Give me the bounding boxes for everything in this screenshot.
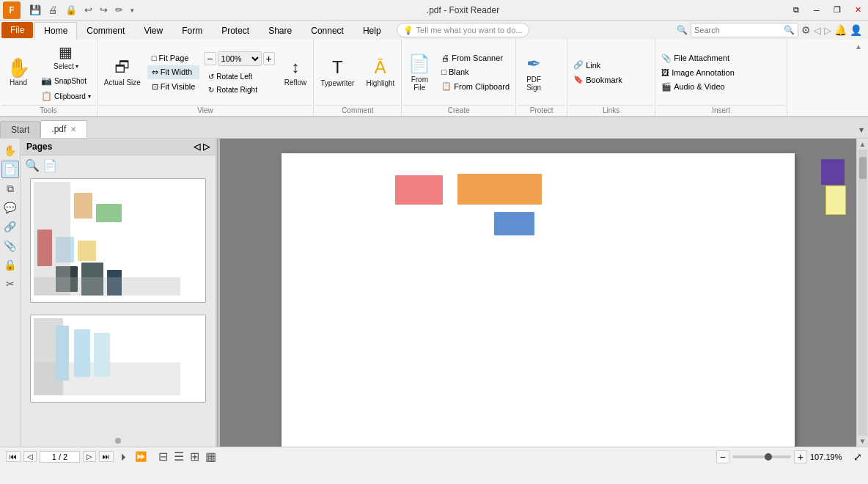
minimize-button[interactable]: ─ [806, 3, 827, 18]
fit-page-status-icon[interactable]: ⤢ [853, 451, 862, 463]
pages-icon-search[interactable]: 🔍 [25, 158, 40, 172]
multi-page-icon[interactable]: ▦ [205, 450, 216, 463]
last-page-btn[interactable]: ⏭ [99, 451, 114, 462]
actual-size-button[interactable]: 🗗 Actual Size [99, 54, 146, 90]
sidebar-hand-icon[interactable]: ✋ [1, 142, 19, 159]
typewriter-button[interactable]: T Typewriter [315, 54, 359, 91]
file-attachment-button[interactable]: 📎 File Attachment [657, 51, 739, 65]
save-button[interactable]: 💾 [26, 2, 44, 18]
select-button[interactable]: ▦ Select ▾ [37, 41, 95, 73]
nav-fwd-icon[interactable]: ▷ [824, 25, 831, 36]
tab-pdf[interactable]: .pdf ✕ [40, 120, 87, 138]
view-label: View [99, 105, 312, 114]
menu-comment[interactable]: Comment [77, 22, 134, 39]
menu-connect[interactable]: Connect [301, 22, 353, 39]
sidebar-security-icon[interactable]: 🔒 [1, 256, 19, 274]
bell-icon[interactable]: 🔔 [834, 24, 847, 36]
tab-dropdown[interactable]: ▾ [855, 122, 868, 138]
zoom-slider[interactable] [732, 455, 791, 458]
menu-protect[interactable]: Protect [212, 22, 259, 39]
user-icon[interactable]: 👤 [850, 24, 862, 36]
fit-width-button[interactable]: ⇔ Fit Width [147, 65, 199, 79]
pages-icon-doc[interactable]: 📄 [43, 158, 57, 172]
scrollbar-thumb[interactable] [859, 157, 867, 179]
draw-button[interactable]: ✏ [112, 2, 126, 18]
sidebar-share-icon[interactable]: 🔗 [1, 218, 19, 235]
settings-icon[interactable]: ⚙ [801, 24, 811, 36]
lock-button[interactable]: 🔒 [62, 2, 80, 18]
bookmark-button[interactable]: 🔖 Bookmark [569, 73, 627, 87]
undo-button[interactable]: ↩ [81, 2, 95, 18]
blank-button[interactable]: □ Blank [437, 65, 514, 78]
page-input[interactable] [40, 451, 80, 463]
zoom-slider-thumb[interactable] [765, 453, 772, 461]
from-file-button[interactable]: 📄 From File [403, 50, 435, 95]
pdf-sign-button[interactable]: ✒ PDF Sign [518, 50, 550, 95]
zoom-in-btn[interactable]: + [263, 52, 275, 65]
tab-start[interactable]: Start [0, 121, 40, 138]
restore-button[interactable]: ❐ [827, 3, 847, 18]
tell-me-box[interactable]: 💡 Tell me what you want to do... [397, 23, 529, 37]
menu-form[interactable]: Form [172, 22, 212, 39]
two-page-icon[interactable]: ⊞ [190, 450, 199, 463]
print-button[interactable]: 🖨 [45, 2, 61, 18]
audio-video-button[interactable]: 🎬 Audio & Video [657, 80, 739, 94]
qat-dropdown[interactable]: ▾ [128, 4, 137, 16]
first-page-btn[interactable]: ⏮ [6, 451, 21, 462]
nav-back-icon[interactable]: ◁ [814, 25, 821, 36]
link-button[interactable]: 🔗 Link [569, 58, 627, 72]
pages-panel-expand[interactable]: ◁ [194, 142, 200, 152]
pages-scroll[interactable] [21, 175, 216, 435]
sidebar-attachment-icon[interactable]: 📎 [1, 237, 19, 254]
fit-visible-button[interactable]: ⊡ Fit Visible [147, 80, 199, 94]
zoom-in-status-btn[interactable]: + [794, 450, 807, 463]
ribbon-collapse-btn[interactable]: ▲ [852, 43, 865, 51]
highlight-button[interactable]: Ā Highlight [361, 54, 400, 91]
from-scanner-button[interactable]: 🖨 From Scanner [437, 51, 514, 65]
prev-page-btn[interactable]: ◁ [23, 451, 37, 462]
single-page-icon[interactable]: ⊟ [158, 450, 168, 463]
pdf-area[interactable] [220, 139, 856, 447]
menu-help[interactable]: Help [353, 22, 391, 39]
menu-file[interactable]: File [1, 22, 33, 38]
select-dropdown[interactable]: Select ▾ [54, 62, 78, 70]
image-annotation-button[interactable]: 🖼 Image Annotation [657, 66, 739, 79]
clipboard-button[interactable]: 📋 Clipboard ▾ [37, 89, 95, 103]
redo-button[interactable]: ↪ [97, 2, 111, 18]
tab-pdf-close[interactable]: ✕ [70, 125, 76, 133]
hand-button[interactable]: ✋ Hand [1, 54, 35, 90]
sidebar-layers-icon[interactable]: ⧉ [1, 180, 19, 197]
pages-panel-close[interactable]: ▷ [203, 142, 210, 152]
from-clipboard-button[interactable]: 📋 From Clipboard [437, 79, 514, 93]
snap-button[interactable]: ⧉ [786, 3, 806, 18]
search-input[interactable] [694, 26, 782, 34]
scroll-up-btn[interactable]: ▲ [858, 139, 868, 150]
snapshot-button[interactable]: 📷 SnapShot [37, 73, 95, 88]
zoom-out-btn[interactable]: − [204, 52, 216, 65]
menu-home[interactable]: Home [34, 22, 77, 40]
close-button[interactable]: ✕ [847, 3, 868, 18]
page-thumb-1[interactable] [30, 178, 206, 303]
scroll-down-btn[interactable]: ▼ [858, 436, 868, 447]
continuous-page-icon[interactable]: ☰ [174, 450, 184, 463]
scrollbar-track[interactable] [858, 150, 867, 436]
play-btn[interactable]: ⏵ [119, 451, 129, 462]
search-box[interactable]: 🔍 [691, 23, 798, 37]
rotate-left-button[interactable]: ↺ Rotate Left [204, 70, 274, 83]
sidebar-comment-icon[interactable]: 💬 [1, 199, 19, 216]
page-thumb-2[interactable] [30, 315, 206, 403]
sidebar-pages-icon[interactable]: 📄 [1, 161, 19, 178]
zoom-select[interactable]: 100% 75% 50% 125% 150% [218, 51, 262, 66]
menu-share[interactable]: Share [259, 22, 301, 39]
reflow-button[interactable]: ↕ Reflow [279, 54, 312, 90]
menu-view[interactable]: View [134, 22, 172, 39]
rotate-right-button[interactable]: ↻ Rotate Right [204, 84, 274, 96]
loop-btn[interactable]: ⏩ [135, 451, 147, 462]
pdf-shape-2 [457, 174, 542, 205]
fit-page-button[interactable]: □ Fit Page [147, 51, 199, 65]
zoom-out-status-btn[interactable]: − [716, 450, 729, 463]
right-scrollbar[interactable]: ▲ ▼ [856, 139, 868, 447]
next-page-btn[interactable]: ▷ [83, 451, 96, 462]
search-icon[interactable]: 🔍 [784, 25, 795, 35]
sidebar-redact-icon[interactable]: ✂ [1, 275, 19, 293]
